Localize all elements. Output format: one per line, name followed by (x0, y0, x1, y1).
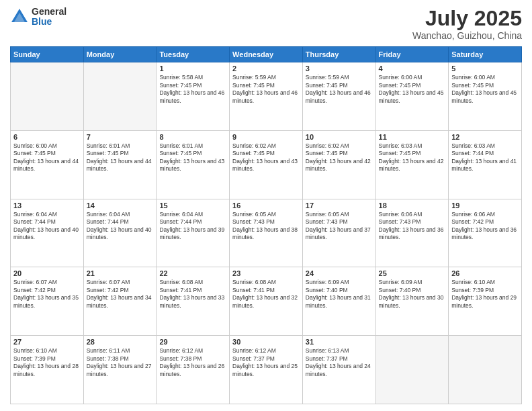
day-info: Sunrise: 6:01 AM Sunset: 7:45 PM Dayligh… (87, 142, 154, 173)
day-info: Sunrise: 6:03 AM Sunset: 7:45 PM Dayligh… (379, 142, 446, 173)
day-info: Sunrise: 6:10 AM Sunset: 7:39 PM Dayligh… (13, 347, 81, 378)
calendar-cell: 8Sunrise: 6:01 AM Sunset: 7:45 PM Daylig… (157, 130, 230, 199)
calendar-cell: 24Sunrise: 6:09 AM Sunset: 7:40 PM Dayli… (302, 267, 375, 336)
calendar-week-3: 13Sunrise: 6:04 AM Sunset: 7:44 PM Dayli… (11, 199, 522, 267)
calendar-cell: 18Sunrise: 6:06 AM Sunset: 7:43 PM Dayli… (375, 199, 449, 267)
calendar-cell: 22Sunrise: 6:08 AM Sunset: 7:41 PM Dayli… (157, 267, 230, 336)
logo: General Blue (10, 7, 66, 28)
day-number: 26 (451, 269, 519, 277)
day-number: 7 (87, 133, 154, 141)
calendar-cell: 14Sunrise: 6:04 AM Sunset: 7:44 PM Dayli… (83, 199, 157, 267)
day-info: Sunrise: 6:12 AM Sunset: 7:37 PM Dayligh… (232, 347, 300, 378)
day-number: 25 (379, 269, 446, 277)
day-number: 27 (13, 338, 81, 346)
day-number: 15 (159, 201, 226, 210)
day-number: 10 (306, 133, 373, 141)
day-number: 29 (159, 338, 226, 346)
logo-general-text: General (32, 7, 66, 17)
day-info: Sunrise: 6:07 AM Sunset: 7:42 PM Dayligh… (87, 279, 154, 310)
day-number: 5 (451, 64, 519, 73)
calendar-cell: 10Sunrise: 6:02 AM Sunset: 7:45 PM Dayli… (302, 130, 375, 199)
month-year: July 2025 (412, 7, 522, 30)
calendar-cell: 27Sunrise: 6:10 AM Sunset: 7:39 PM Dayli… (11, 336, 84, 404)
day-number: 31 (306, 338, 373, 346)
day-number: 18 (379, 201, 446, 210)
calendar-cell: 2Sunrise: 5:59 AM Sunset: 7:45 PM Daylig… (230, 62, 303, 131)
day-info: Sunrise: 6:02 AM Sunset: 7:45 PM Dayligh… (232, 142, 300, 173)
day-number: 11 (379, 133, 446, 141)
calendar-cell: 3Sunrise: 5:59 AM Sunset: 7:45 PM Daylig… (302, 62, 375, 131)
day-info: Sunrise: 6:05 AM Sunset: 7:43 PM Dayligh… (232, 211, 300, 242)
day-number: 28 (87, 338, 154, 346)
day-info: Sunrise: 6:08 AM Sunset: 7:41 PM Dayligh… (232, 279, 300, 310)
calendar-cell: 20Sunrise: 6:07 AM Sunset: 7:42 PM Dayli… (11, 267, 84, 336)
calendar-cell: 17Sunrise: 6:05 AM Sunset: 7:43 PM Dayli… (302, 199, 375, 267)
calendar-header-wednesday: Wednesday (230, 47, 303, 62)
day-info: Sunrise: 6:01 AM Sunset: 7:45 PM Dayligh… (159, 142, 226, 173)
day-number: 6 (13, 133, 81, 141)
calendar-header-saturday: Saturday (449, 47, 522, 62)
day-number: 12 (451, 133, 519, 141)
day-info: Sunrise: 6:06 AM Sunset: 7:42 PM Dayligh… (451, 211, 519, 242)
calendar-cell: 26Sunrise: 6:10 AM Sunset: 7:39 PM Dayli… (449, 267, 522, 336)
day-number: 4 (379, 64, 446, 73)
calendar-cell: 12Sunrise: 6:03 AM Sunset: 7:44 PM Dayli… (449, 130, 522, 199)
day-number: 20 (13, 269, 81, 277)
calendar-week-4: 20Sunrise: 6:07 AM Sunset: 7:42 PM Dayli… (11, 267, 522, 336)
day-number: 9 (232, 133, 300, 141)
day-number: 8 (159, 133, 226, 141)
day-info: Sunrise: 6:00 AM Sunset: 7:45 PM Dayligh… (379, 74, 446, 105)
day-info: Sunrise: 6:00 AM Sunset: 7:45 PM Dayligh… (451, 74, 519, 105)
day-info: Sunrise: 6:02 AM Sunset: 7:45 PM Dayligh… (306, 142, 373, 173)
calendar-header-monday: Monday (83, 47, 157, 62)
day-info: Sunrise: 5:59 AM Sunset: 7:45 PM Dayligh… (232, 74, 300, 105)
day-number: 19 (451, 201, 519, 210)
calendar-header-thursday: Thursday (302, 47, 375, 62)
day-info: Sunrise: 6:11 AM Sunset: 7:38 PM Dayligh… (87, 347, 154, 378)
day-number: 2 (232, 64, 300, 73)
day-number: 16 (232, 201, 300, 210)
calendar-header-row: SundayMondayTuesdayWednesdayThursdayFrid… (11, 47, 522, 62)
calendar-cell: 23Sunrise: 6:08 AM Sunset: 7:41 PM Dayli… (230, 267, 303, 336)
calendar-week-5: 27Sunrise: 6:10 AM Sunset: 7:39 PM Dayli… (11, 336, 522, 404)
day-info: Sunrise: 5:59 AM Sunset: 7:45 PM Dayligh… (306, 74, 373, 105)
day-number: 22 (159, 269, 226, 277)
calendar-cell: 4Sunrise: 6:00 AM Sunset: 7:45 PM Daylig… (375, 62, 449, 131)
day-info: Sunrise: 6:08 AM Sunset: 7:41 PM Dayligh… (159, 279, 226, 310)
day-info: Sunrise: 6:07 AM Sunset: 7:42 PM Dayligh… (13, 279, 81, 310)
calendar-cell: 11Sunrise: 6:03 AM Sunset: 7:45 PM Dayli… (375, 130, 449, 199)
page: General Blue July 2025 Wanchao, Guizhou,… (0, 0, 532, 411)
day-info: Sunrise: 6:13 AM Sunset: 7:37 PM Dayligh… (306, 347, 373, 378)
day-info: Sunrise: 6:06 AM Sunset: 7:43 PM Dayligh… (379, 211, 446, 242)
day-number: 30 (232, 338, 300, 346)
calendar-cell: 28Sunrise: 6:11 AM Sunset: 7:38 PM Dayli… (83, 336, 157, 404)
calendar-table: SundayMondayTuesdayWednesdayThursdayFrid… (10, 46, 522, 404)
calendar-header-friday: Friday (375, 47, 449, 62)
calendar-cell (375, 336, 449, 404)
title-block: July 2025 Wanchao, Guizhou, China (412, 7, 522, 41)
calendar-cell: 15Sunrise: 6:04 AM Sunset: 7:44 PM Dayli… (157, 199, 230, 267)
day-info: Sunrise: 6:09 AM Sunset: 7:40 PM Dayligh… (306, 279, 373, 310)
day-info: Sunrise: 6:00 AM Sunset: 7:45 PM Dayligh… (13, 142, 81, 173)
day-info: Sunrise: 6:05 AM Sunset: 7:43 PM Dayligh… (306, 211, 373, 242)
calendar-cell: 21Sunrise: 6:07 AM Sunset: 7:42 PM Dayli… (83, 267, 157, 336)
calendar-header-tuesday: Tuesday (157, 47, 230, 62)
day-info: Sunrise: 6:04 AM Sunset: 7:44 PM Dayligh… (13, 211, 81, 242)
calendar-week-1: 1Sunrise: 5:58 AM Sunset: 7:45 PM Daylig… (11, 62, 522, 131)
day-number: 13 (13, 201, 81, 210)
calendar-header-sunday: Sunday (11, 47, 84, 62)
day-number: 1 (159, 64, 226, 73)
calendar-cell: 29Sunrise: 6:12 AM Sunset: 7:38 PM Dayli… (157, 336, 230, 404)
day-number: 17 (306, 201, 373, 210)
day-info: Sunrise: 6:04 AM Sunset: 7:44 PM Dayligh… (159, 211, 226, 242)
calendar-cell: 30Sunrise: 6:12 AM Sunset: 7:37 PM Dayli… (230, 336, 303, 404)
calendar-cell: 5Sunrise: 6:00 AM Sunset: 7:45 PM Daylig… (449, 62, 522, 131)
header: General Blue July 2025 Wanchao, Guizhou,… (10, 7, 522, 41)
calendar-cell: 1Sunrise: 5:58 AM Sunset: 7:45 PM Daylig… (157, 62, 230, 131)
calendar-cell: 6Sunrise: 6:00 AM Sunset: 7:45 PM Daylig… (11, 130, 84, 199)
day-number: 3 (306, 64, 373, 73)
day-number: 24 (306, 269, 373, 277)
day-info: Sunrise: 6:03 AM Sunset: 7:44 PM Dayligh… (451, 142, 519, 173)
calendar-cell: 19Sunrise: 6:06 AM Sunset: 7:42 PM Dayli… (449, 199, 522, 267)
day-info: Sunrise: 6:12 AM Sunset: 7:38 PM Dayligh… (159, 347, 226, 378)
